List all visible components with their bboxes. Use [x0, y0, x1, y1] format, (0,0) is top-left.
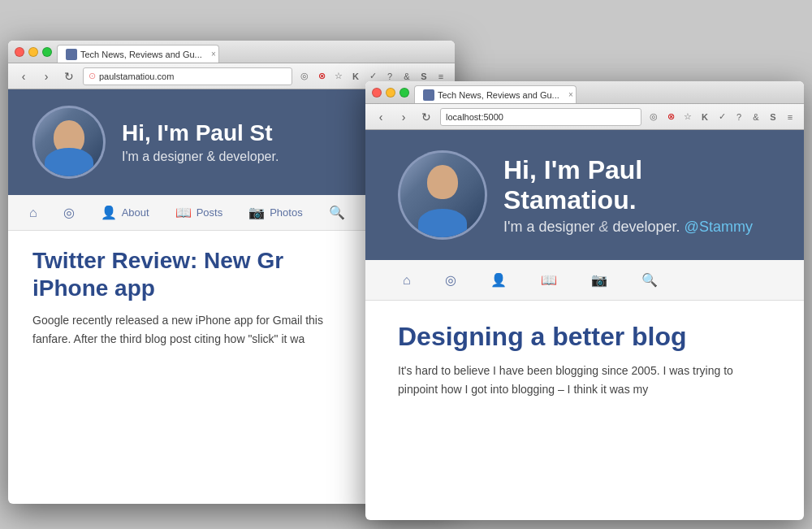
nav-home-front[interactable]: ⌂ [398, 270, 416, 291]
home-icon-back: ⌂ [29, 206, 37, 220]
rss-icon[interactable]: ◎ [297, 69, 312, 84]
tab-label-back: Tech News, Reviews and Gu... [80, 50, 202, 59]
url-front: localhost:5000 [446, 112, 503, 122]
reload-button-front[interactable]: ↻ [417, 108, 435, 126]
avatar-back [32, 106, 106, 179]
tab-bar-back: Tech News, Reviews and Gu... × [8, 41, 455, 63]
browser-window-front: Tech News, Reviews and Gu... × ‹ › ↻ loc… [365, 81, 804, 520]
nav-posts-label: Posts [197, 206, 223, 219]
site-subtitle-front: I'm a designer & developer. @Stammy [503, 219, 771, 236]
nav-person-front[interactable]: 👤 [486, 269, 512, 291]
twitter-handle: @Stammy [685, 219, 753, 235]
book-icon-back: 📖 [175, 205, 192, 220]
nav-photos-back[interactable]: 📷 Photos [244, 202, 307, 223]
url-back: paulstamatiou.com [99, 72, 174, 81]
rss-icon-front[interactable]: ◎ [646, 110, 661, 124]
avatar-image-back [35, 108, 103, 176]
rss-nav-icon-back: ◎ [63, 205, 75, 220]
adblock-icon-front[interactable]: ⊗ [663, 110, 678, 124]
tab-bar-front: Tech News, Reviews and Gu... × [365, 81, 804, 103]
avatar-front [398, 150, 487, 240]
book-icon-front: 📖 [541, 272, 557, 288]
nav-search-back[interactable]: 🔍 [324, 202, 350, 223]
titlebar-back: Tech News, Reviews and Gu... × [8, 41, 455, 63]
subtitle-text-front: I'm a designer & developer. [503, 219, 680, 235]
person-icon-front: 👤 [490, 272, 507, 288]
site-subtitle-back: I'm a designer & developer. [122, 150, 279, 164]
site-content-front: Hi, I'm Paul Stamatiou. I'm a designer &… [365, 130, 804, 418]
post-excerpt-front: It's hard to believe I have been bloggin… [398, 362, 771, 398]
post-content-front: Designing a better blog It's hard to bel… [365, 301, 804, 418]
header-text-front: Hi, I'm Paul Stamatiou. I'm a designer &… [503, 155, 771, 236]
tab-label-front: Tech News, Reviews and Gu... [438, 90, 559, 100]
back-button[interactable]: ‹ [15, 67, 32, 85]
address-bar-back[interactable]: ⊙ paulstamatiou.com [83, 67, 292, 85]
toolbar-front: ‹ › ↻ localhost:5000 ◎ ⊗ ☆ K ✓ ? & S ≡ [365, 104, 804, 130]
home-icon-front: ⌂ [403, 273, 411, 288]
tab-favicon-back [66, 49, 77, 60]
star-icon-front[interactable]: ☆ [680, 110, 695, 124]
star-icon[interactable]: ☆ [331, 69, 346, 84]
address-bar-front[interactable]: localhost:5000 [440, 108, 641, 126]
active-tab-back[interactable]: Tech News, Reviews and Gu... × [57, 45, 219, 63]
tab-close-back[interactable]: × [209, 50, 218, 59]
back-button-front[interactable]: ‹ [372, 108, 390, 126]
tab-close-front[interactable]: × [566, 90, 576, 100]
reload-button[interactable]: ↻ [60, 67, 78, 85]
nav-photos-label: Photos [270, 206, 302, 219]
rss-nav-icon-front: ◎ [445, 272, 456, 288]
titlebar-front: Tech News, Reviews and Gu... × [365, 81, 804, 104]
forward-button-front[interactable]: › [395, 108, 412, 126]
avatar-image-front [400, 153, 485, 237]
menu-icon-front[interactable]: ≡ [783, 110, 797, 124]
dev-icon-front[interactable]: S [766, 110, 780, 124]
k-icon[interactable]: K [348, 69, 363, 84]
k-icon-front[interactable]: K [698, 110, 712, 124]
nav-search-front[interactable]: 🔍 [637, 269, 663, 291]
site-nav-front: ⌂ ◎ 👤 📖 📷 🔍 [365, 260, 804, 301]
adblock-icon[interactable]: ⊗ [314, 69, 329, 84]
check-icon-front[interactable]: ✓ [715, 110, 729, 124]
nav-camera-front[interactable]: 📷 [586, 269, 612, 291]
post-title-front: Designing a better blog [398, 321, 771, 352]
nav-rss-back[interactable]: ◎ [58, 202, 80, 223]
site-title-back: Hi, I'm Paul St [122, 120, 279, 146]
puzzle-icon-front[interactable]: ? [732, 110, 746, 124]
person-icon-back: 👤 [101, 205, 117, 220]
nav-book-front[interactable]: 📖 [536, 269, 562, 291]
active-tab-front[interactable]: Tech News, Reviews and Gu... × [414, 85, 577, 103]
toolbar-icons-front: ◎ ⊗ ☆ K ✓ ? & S ≡ [646, 110, 797, 124]
nav-about-back[interactable]: 👤 About [96, 202, 154, 223]
nav-home-back[interactable]: ⌂ [24, 202, 42, 223]
forward-button[interactable]: › [37, 67, 55, 85]
header-text-back: Hi, I'm Paul St I'm a designer & develop… [122, 120, 279, 164]
camera-icon-back: 📷 [248, 205, 265, 220]
amp-icon-front[interactable]: & [749, 110, 763, 124]
site-header-front: Hi, I'm Paul Stamatiou. I'm a designer &… [365, 130, 804, 260]
nav-posts-back[interactable]: 📖 Posts [171, 202, 228, 223]
nav-about-label: About [122, 206, 149, 219]
tab-favicon-front [423, 89, 434, 101]
search-icon-front: 🔍 [641, 272, 658, 288]
search-icon-back: 🔍 [329, 205, 345, 220]
camera-icon-front: 📷 [591, 272, 607, 288]
site-title-front: Hi, I'm Paul Stamatiou. [503, 155, 771, 215]
nav-rss-front[interactable]: ◎ [440, 269, 461, 291]
